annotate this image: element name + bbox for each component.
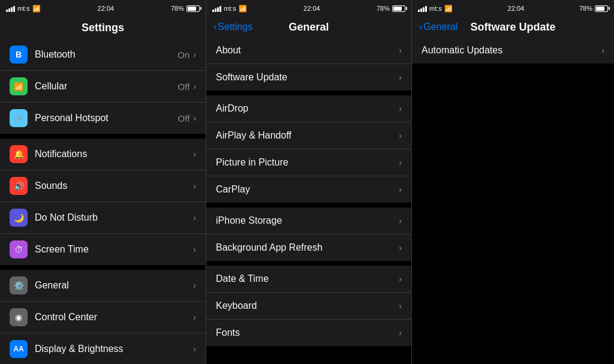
wifi-icon-2: 📶 [239, 5, 247, 13]
settings-item-general[interactable]: ⚙️ General › [0, 270, 206, 302]
status-right-1: 78% [171, 5, 200, 12]
settings-item-notifications[interactable]: 🔔 Notifications › [0, 139, 206, 170]
status-left-3: mt:s 📶 [418, 5, 453, 13]
settings-group-connectivity: B Bluetooth On › 📶 Cellular Off › 🔗 Pers… [0, 39, 206, 134]
status-bar-3: mt:s 📶 22:04 78% [412, 0, 614, 17]
time-label-1: 22:04 [98, 5, 115, 12]
notifications-label: Notifications [35, 149, 193, 160]
fonts-chevron: › [399, 328, 402, 338]
background-app-refresh-chevron: › [399, 243, 402, 252]
status-bar-1: mt:s 📶 22:04 78% [0, 0, 206, 17]
status-left-2: mt:s 📶 [212, 5, 247, 13]
display-brightness-chevron: › [193, 344, 196, 354]
battery-icon-2 [392, 5, 405, 12]
general-item-fonts[interactable]: Fonts › [206, 320, 411, 346]
settings-item-do-not-disturb[interactable]: 🌙 Do Not Disturb › [0, 202, 206, 234]
automatic-updates-label: Automatic Updates [422, 45, 601, 56]
general-item-picture-in-picture[interactable]: Picture in Picture › [206, 149, 411, 176]
settings-header: Settings [0, 17, 206, 39]
general-label: General [35, 280, 193, 291]
do-not-disturb-label: Do Not Disturb [35, 212, 193, 223]
airplay-handoff-label: AirPlay & Handoff [216, 130, 399, 141]
cellular-chevron: › [193, 82, 196, 91]
sounds-icon: 🔊 [10, 177, 28, 195]
fonts-label: Fonts [216, 327, 399, 338]
wifi-icon: 📶 [32, 5, 41, 13]
cellular-value: Off [178, 82, 190, 92]
battery-percent-1: 78% [171, 5, 184, 12]
general-item-airdrop[interactable]: AirDrop › [206, 95, 411, 122]
settings-item-bluetooth[interactable]: B Bluetooth On › [0, 39, 206, 71]
general-list: About › Software Update › AirDrop › AirP… [206, 37, 411, 364]
automatic-updates-chevron: › [601, 46, 604, 55]
su-item-automatic-updates[interactable]: Automatic Updates › [412, 37, 614, 64]
software-update-nav-header: ‹ General Software Update [412, 17, 614, 37]
control-center-label: Control Center [35, 312, 193, 323]
settings-item-display-brightness[interactable]: AA Display & Brightness › [0, 333, 206, 364]
software-update-label: Software Update [216, 72, 399, 83]
status-left-1: mt:s 📶 [6, 5, 41, 13]
settings-item-cellular[interactable]: 📶 Cellular Off › [0, 71, 206, 103]
software-update-list: Automatic Updates › [412, 37, 614, 364]
control-center-chevron: › [193, 312, 196, 322]
settings-item-control-center[interactable]: ◉ Control Center › [0, 302, 206, 333]
software-update-chevron: › [399, 73, 402, 82]
wifi-icon-3: 📶 [444, 5, 453, 13]
general-item-software-update[interactable]: Software Update › [206, 64, 411, 91]
general-group-date: Date & Time › Keyboard › Fonts › [206, 266, 411, 346]
su-group-main: Automatic Updates › [412, 37, 614, 64]
general-item-carplay[interactable]: CarPlay › [206, 176, 411, 203]
general-item-airplay-handoff[interactable]: AirPlay & Handoff › [206, 122, 411, 149]
settings-item-screen-time[interactable]: ⏱ Screen Time › [0, 234, 206, 265]
battery-percent-2: 78% [377, 5, 390, 12]
display-brightness-label: Display & Brightness [35, 344, 193, 354]
general-group-about: About › Software Update › [206, 37, 411, 91]
general-back-button[interactable]: ‹ Settings [213, 22, 252, 32]
personal-hotspot-chevron: › [193, 113, 196, 123]
status-right-2: 78% [377, 5, 405, 12]
control-center-icon: ◉ [10, 308, 28, 326]
status-bar-2: mt:s 📶 22:04 78% [206, 0, 411, 17]
settings-panel: mt:s 📶 22:04 78% Settings B Bluetooth On… [0, 0, 206, 364]
su-back-chevron-icon: ‹ [419, 22, 422, 32]
settings-item-personal-hotspot[interactable]: 🔗 Personal Hotspot Off › [0, 103, 206, 134]
general-chevron: › [193, 281, 196, 290]
general-item-background-app-refresh[interactable]: Background App Refresh › [206, 234, 411, 261]
general-item-about[interactable]: About › [206, 37, 411, 64]
general-item-date-time[interactable]: Date & Time › [206, 266, 411, 293]
su-back-label: General [423, 22, 458, 32]
carplay-chevron: › [399, 185, 402, 194]
battery-icon-1 [186, 5, 200, 12]
background-app-refresh-label: Background App Refresh [216, 242, 399, 253]
general-item-keyboard[interactable]: Keyboard › [206, 293, 411, 320]
screen-time-chevron: › [193, 245, 196, 254]
settings-item-sounds[interactable]: 🔊 Sounds › [0, 170, 206, 202]
keyboard-chevron: › [399, 301, 402, 311]
bluetooth-icon: B [10, 46, 28, 64]
iphone-storage-chevron: › [399, 216, 402, 225]
software-update-panel: mt:s 📶 22:04 78% ‹ General Software Upda… [411, 0, 614, 364]
bluetooth-label: Bluetooth [35, 49, 177, 60]
carrier-label-3: mt:s [429, 5, 442, 12]
picture-in-picture-label: Picture in Picture [216, 157, 399, 168]
personal-hotspot-icon: 🔗 [10, 109, 28, 127]
picture-in-picture-chevron: › [399, 158, 402, 167]
battery-icon-3 [595, 5, 608, 12]
about-label: About [216, 45, 399, 56]
general-icon: ⚙️ [10, 276, 28, 294]
general-item-iphone-storage[interactable]: iPhone Storage › [206, 207, 411, 234]
software-update-back-button[interactable]: ‹ General [419, 22, 458, 32]
sounds-chevron: › [193, 181, 196, 191]
bluetooth-chevron: › [193, 50, 196, 59]
bluetooth-value: On [177, 50, 189, 60]
do-not-disturb-chevron: › [193, 213, 196, 222]
sounds-label: Sounds [35, 181, 193, 191]
carrier-label-2: mt:s [224, 5, 236, 12]
signal-icon-2 [212, 5, 221, 12]
keyboard-label: Keyboard [216, 300, 399, 311]
settings-title: Settings [10, 22, 196, 34]
signal-icon [6, 5, 15, 12]
personal-hotspot-label: Personal Hotspot [35, 113, 178, 124]
signal-icon-3 [418, 5, 427, 12]
airdrop-label: AirDrop [216, 103, 399, 114]
